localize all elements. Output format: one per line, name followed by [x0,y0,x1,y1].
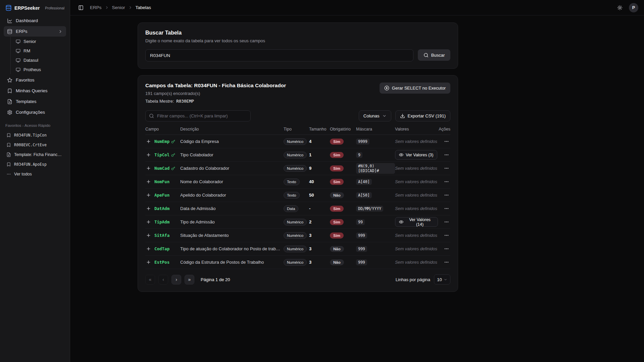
quick-item-template-ficha-financeira[interactable]: Template: Ficha Financeira ... [4,150,66,159]
field-description: Apelido do Colaborador [180,193,284,198]
chart-icon [7,18,12,23]
next-page-button[interactable]: › [171,275,181,285]
expand-row-button[interactable] [145,219,151,225]
quick-access-header: Favoritos - Acesso Rápido [5,123,64,127]
no-values-text: Sem valores definidos [395,206,437,211]
sidebar-item-erps[interactable]: ERPs [4,26,66,37]
expand-row-button[interactable] [145,206,151,212]
expand-row-button[interactable] [145,152,151,158]
row-actions-button[interactable] [442,191,450,199]
breadcrumb: ERPs Senior Tabelas [90,5,151,10]
field-size: 3 [309,246,330,251]
ver-valores-button[interactable]: Ver Valores (3) [395,150,437,160]
user-avatar[interactable]: P [629,3,638,12]
mask-value: 999 [356,232,367,239]
field-description: Código da Estrutura de Postos de Trabalh… [180,260,284,265]
plus-icon [146,206,151,211]
row-actions-button[interactable] [442,164,450,172]
fields-card-title: Campos da Tabela: R034FUN - Ficha Básica… [145,83,286,89]
row-actions-button[interactable] [442,151,450,159]
type-badge: Numérico [284,219,307,225]
buscar-button[interactable]: Buscar [418,49,450,61]
sidebar-item-rm[interactable]: RM [13,46,66,55]
sidebar-toggle-button[interactable] [76,3,86,13]
last-page-button[interactable]: » [185,275,194,285]
chevron-right-icon [105,5,109,10]
bookmark-icon [6,133,11,138]
no-values-text: Sem valores definidos [395,233,437,238]
expand-row-button[interactable] [145,259,151,265]
quick-item-r034fun-tipcon[interactable]: R034FUN.TipCon [4,130,66,140]
sidebar-item-templates[interactable]: Templates [4,96,66,107]
expand-row-button[interactable] [145,165,151,171]
edition-label: Professional [45,6,64,10]
plus-icon [146,246,151,251]
eye-icon [399,220,403,224]
table-row: NumEmp Código da Empresa Numérico 4 Sim … [145,135,450,148]
generate-select-button[interactable]: Gerar SELECT no Executor [380,83,450,94]
chevron-right-icon [58,29,63,34]
gear-icon [7,110,12,115]
sidebar-item-dashboard[interactable]: Dashboard [4,15,66,26]
ellipsis-icon [444,152,449,157]
theme-toggle-button[interactable] [615,3,625,13]
table-row: SitAfa Situação de Afastamento Numérico … [145,229,450,242]
quick-item-r008evc-crteve[interactable]: R008EVC.CrtEve [4,140,66,150]
ver-valores-label: Ver Valores (14) [406,217,434,227]
sidebar-item-favoritos[interactable]: Favoritos [4,75,66,85]
quick-item-label: R034FUN.ApoEsp [14,162,47,167]
row-actions-button[interactable] [442,258,450,266]
row-actions-button[interactable] [442,178,450,186]
rows-per-page-value: 10 [437,277,442,282]
export-csv-button[interactable]: Exportar CSV (191) [395,110,450,121]
topbar: ERPs Senior Tabelas P [70,0,644,15]
row-actions-button[interactable] [442,205,450,213]
field-size: 2 [309,219,330,224]
ver-valores-button[interactable]: Ver Valores (14) [395,217,438,227]
buscar-button-label: Buscar [431,53,445,58]
breadcrumb-item-senior[interactable]: Senior [112,5,125,10]
plus-icon [146,193,151,198]
ver-todos-link[interactable]: Ver todos [4,169,66,179]
no-values-text: Sem valores definidos [395,166,437,171]
no-values-text: Sem valores definidos [395,179,437,184]
columns-dropdown-button[interactable]: Colunas [359,110,391,121]
column-header-campo: Campo [145,127,180,132]
sidebar-item-configuracoes[interactable]: Configurações [4,107,66,117]
breadcrumb-item-erps[interactable]: ERPs [90,5,102,10]
expand-row-button[interactable] [145,139,151,145]
field-name: NumEmp [154,139,175,144]
sidebar-item-datasul[interactable]: Datasul [13,56,66,65]
expand-row-button[interactable] [145,192,151,198]
first-page-button[interactable]: « [145,275,155,285]
field-name: NomFun [154,179,169,184]
prev-page-button[interactable]: ‹ [158,275,168,285]
table-search-input[interactable] [145,49,413,61]
field-size: 9 [309,166,330,171]
app-root: ERPSeeker Professional Dashboard ERPs Se… [0,0,644,362]
field-size: - [309,206,330,211]
sidebar-item-minhas-queries[interactable]: Minhas Queries [4,86,66,96]
sidebar-item-protheus[interactable]: Protheus [13,65,66,74]
row-actions-button[interactable] [442,218,450,226]
chevron-down-icon [382,114,387,118]
sidebar-item-senior[interactable]: Senior [13,37,66,46]
type-badge: Numérico [284,246,307,252]
rows-per-page-select[interactable]: 10 [434,274,450,285]
filter-fields-input[interactable] [145,110,251,121]
sidebar-nav: Dashboard ERPs Senior RM Datasul [4,15,66,117]
column-header-tamanho: Tamanho [309,127,330,132]
required-badge: Sim [330,232,344,239]
ver-valores-label: Ver Valores (3) [406,153,433,157]
row-actions-button[interactable] [442,245,450,253]
expand-row-button[interactable] [145,232,151,239]
row-actions-button[interactable] [442,231,450,240]
type-badge: Numérico [284,152,307,158]
type-badge: Numérico [284,259,307,266]
row-actions-button[interactable] [442,138,450,146]
field-size: 50 [309,193,330,198]
type-badge: Numérico [284,138,307,145]
expand-row-button[interactable] [145,179,151,185]
expand-row-button[interactable] [145,246,151,252]
quick-item-r034fun-apoesp[interactable]: R034FUN.ApoEsp [4,159,66,169]
